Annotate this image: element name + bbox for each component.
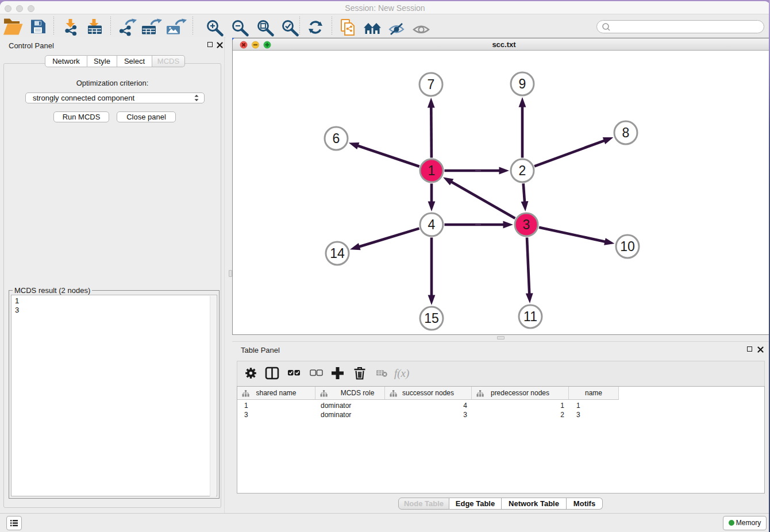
- svg-text:8: 8: [622, 125, 630, 140]
- svg-text:11: 11: [523, 309, 537, 324]
- svg-text:15: 15: [424, 311, 439, 326]
- svg-text:f(x): f(x): [394, 367, 409, 380]
- svg-text:9: 9: [519, 76, 526, 91]
- svg-text:10: 10: [620, 239, 635, 254]
- svg-text:6: 6: [333, 131, 340, 146]
- svg-text:14: 14: [330, 246, 345, 261]
- svg-text:4: 4: [428, 217, 436, 232]
- svg-text:3: 3: [523, 217, 530, 232]
- svg-text:1: 1: [428, 163, 436, 178]
- svg-text:2: 2: [519, 163, 526, 178]
- svg-text:7: 7: [428, 77, 435, 92]
